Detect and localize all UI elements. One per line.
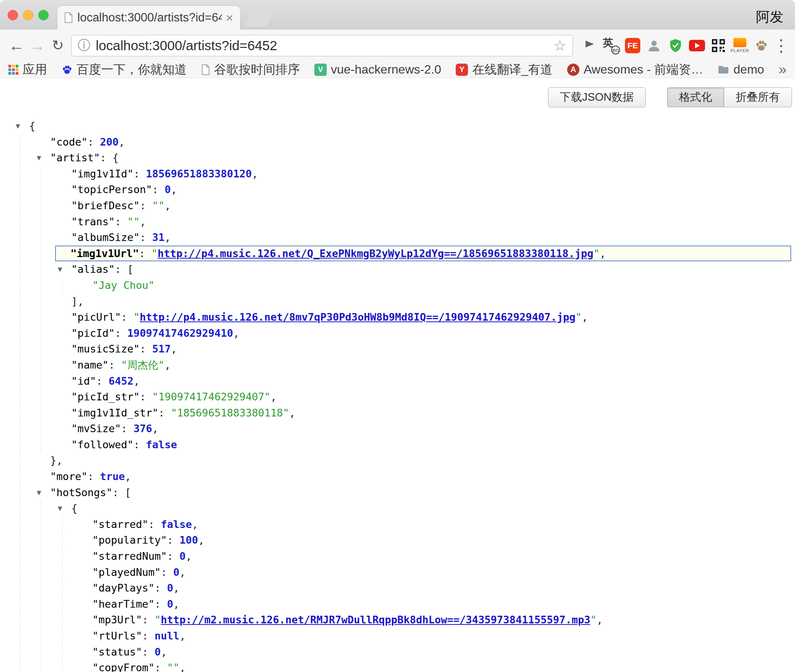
shield-extension-icon[interactable] [666,35,685,56]
json-line-content: "mvSize": 376, [71,421,159,437]
chrome-menu-icon[interactable]: ⋮ [773,36,789,55]
json-colon: : [155,662,167,672]
forward-button[interactable]: → [27,35,47,56]
json-colon: : [142,614,155,626]
download-json-button[interactable]: 下载JSON数据 [548,87,646,107]
collapse-arrow-icon[interactable]: ▼ [58,500,62,516]
json-bool-value: false [146,439,177,451]
fullscreen-window-button[interactable] [38,10,49,20]
indent-guide [20,421,20,437]
indent-guide [41,500,41,516]
back-button[interactable]: ← [6,35,27,56]
page-content: 下载JSON数据 格式化 折叠所有 ▼{"code": 200,▼"artist… [0,78,795,672]
json-colon: : [139,247,152,259]
indent-guide [20,532,20,548]
json-line-content: "picId": 19097417462929410, [71,325,239,341]
json-comma: , [56,454,62,466]
json-url-link[interactable]: http://m2.music.126.net/RMJR7wDullRqppBk… [161,614,591,626]
bookmark-item-awesomes[interactable]: A Awesomes - 前端资… [567,61,703,78]
profile-name[interactable]: 阿发 [756,8,784,26]
json-line-content: "img1v1Url": "http://p4.music.126.net/Q_… [55,246,791,262]
json-colon: : [159,407,171,419]
indent-guide [62,548,62,564]
site-info-icon[interactable]: ⓘ [78,37,90,54]
tab-title: localhost:3000/artists?id=645 [77,11,222,25]
json-line: ], [0,293,795,310]
json-key: "picId_str" [71,391,140,403]
youtube-extension-icon[interactable] [688,35,706,56]
bookmark-item-apps[interactable]: 应用 [8,61,47,78]
apps-grid-icon [8,65,18,75]
bookmarks-overflow-icon[interactable]: » [779,62,787,78]
json-line-content: "img1v1Id_str": "18569651883380118", [71,405,295,421]
format-button[interactable]: 格式化 [667,87,724,107]
new-tab-button[interactable] [245,10,274,26]
json-num-value: 0 [155,646,161,658]
json-line: "popularity": 100, [0,532,795,548]
json-comma: , [77,295,83,307]
json-line-content: "trans": "", [71,214,146,230]
json-actions: 下载JSON数据 格式化 折叠所有 [0,78,795,107]
json-line: "img1v1Url": "http://p4.music.126.net/Q_… [0,246,795,262]
bookmark-star-icon[interactable]: ☆ [553,37,566,54]
json-key: "topicPerson" [71,184,152,195]
json-colon: : [140,391,152,403]
json-colon: : [140,200,152,211]
bookmark-item-baidu[interactable]: 百度一下，你就知道 [62,61,187,78]
player-extension-icon[interactable]: PLAYER [731,35,749,56]
json-string-value: "" [167,662,180,672]
json-key: "starred" [92,518,148,530]
indent-guide [41,341,41,357]
bookmark-item-vue-hackernews[interactable]: V vue-hackernews-2.0 [314,62,441,77]
json-line-content: "img1v1Id": 18569651883380120, [71,166,258,182]
json-key: "code" [50,136,88,148]
json-string-value: "周杰伦" [121,359,165,371]
indent-guide [41,198,41,214]
collapse-arrow-icon[interactable]: ▼ [37,485,41,501]
json-line: ▼"alias": [ [0,261,795,277]
json-string-value: "" [152,200,165,211]
json-colon: : [96,375,109,387]
json-line-content: "picId_str": "19097417462929407", [71,389,276,405]
indent-guide [41,166,41,182]
url-text[interactable]: localhost:3000/artists?id=6452 [96,38,277,53]
indent-guide [20,389,20,405]
indent-guide [41,596,41,612]
bookmark-item-youdao[interactable]: Y 在线翻译_有道 [456,61,553,78]
json-line-content: "code": 200, [50,134,125,150]
json-url-link[interactable]: http://p4.music.126.net/Q_ExePNkmgB2yWyL… [158,247,594,259]
indent-guide [20,516,20,533]
collapse-arrow-icon[interactable]: ▼ [58,261,62,277]
other-bookmarks[interactable]: » 其他书签 [779,61,795,78]
bookmark-item-google-sort[interactable]: 谷歌按时间排序 [201,61,300,78]
json-colon: : [109,359,121,371]
browser-window: localhost:3000/artists?id=645 × 阿发 ← → ↻… [0,0,795,672]
json-colon: : [134,439,146,451]
collapse-arrow-icon[interactable]: ▼ [37,150,41,166]
collapse-all-button[interactable]: 折叠所有 [724,87,792,107]
translate-extension-icon[interactable]: 英 en [602,35,620,56]
minimize-window-button[interactable] [23,10,33,20]
qrcode-extension-icon[interactable] [709,35,728,56]
tab-strip: localhost:3000/artists?id=645 × 阿发 [0,0,795,30]
json-comma: , [119,136,125,148]
reload-button[interactable]: ↻ [47,35,68,56]
pennant-extension-icon[interactable] [581,35,599,56]
json-key: "img1v1Id" [71,168,134,180]
paw-extension-icon[interactable] [752,35,770,56]
page-favicon-icon [64,12,73,23]
collapse-arrow-icon[interactable]: ▼ [16,118,20,134]
json-url-link[interactable]: http://p4.music.126.net/8mv7qP30Pd3oHW8b… [140,311,576,323]
json-line-content: "mp3Url": "http://m2.music.126.net/RMJR7… [92,612,603,628]
json-line: "id": 6452, [0,373,795,389]
fe-extension-icon[interactable]: FE [623,35,642,56]
tab-close-icon[interactable]: × [226,11,233,24]
close-window-button[interactable] [8,10,18,20]
address-bar[interactable]: ⓘ localhost:3000/artists?id=6452 ☆ [71,35,573,56]
bookmark-item-demo[interactable]: demo [718,62,764,77]
browser-tab[interactable]: localhost:3000/artists?id=645 × [57,6,240,30]
profile-extension-icon[interactable] [645,35,663,56]
json-key: "followed" [71,439,134,451]
json-colon: : [134,168,146,180]
json-string-value: "Jay Chou" [92,279,155,291]
